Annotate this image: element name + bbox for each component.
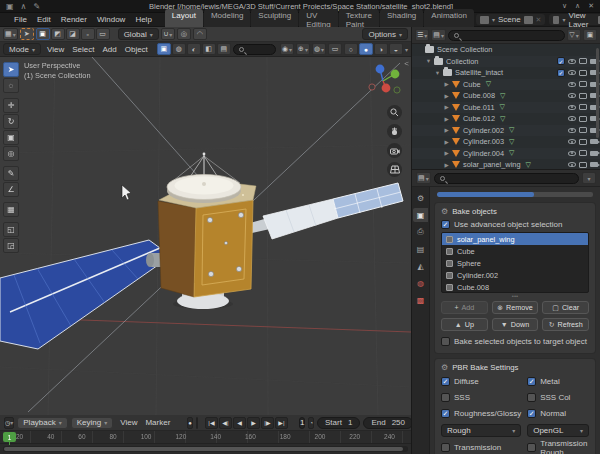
expand-icon[interactable]: ▶	[443, 162, 450, 168]
outliner-row-cylinder-002[interactable]: ▶Cylinder.002▽	[412, 125, 600, 137]
outliner-filter-button[interactable]: ▽▾	[567, 29, 581, 41]
outliner-row-cylinder-003[interactable]: ▶Cylinder.003▽	[412, 136, 600, 148]
play-reverse-button[interactable]: ◀	[233, 417, 246, 429]
outliner-row-solar-panel-wing[interactable]: ▶solar_panel_wing▽	[412, 159, 600, 170]
eye-icon[interactable]	[568, 93, 576, 98]
outliner-row-cube-011[interactable]: ▶Cube.011▽	[412, 102, 600, 114]
expand-icon[interactable]: ▶	[443, 116, 450, 122]
corner-tool-1[interactable]: ◱	[3, 222, 19, 237]
dish-antenna[interactable]	[167, 153, 241, 203]
checkbox[interactable]	[441, 443, 450, 452]
close-button[interactable]: ✕	[588, 2, 594, 10]
editor-mode-icon-1[interactable]: ▣	[157, 43, 171, 55]
outliner-editor-type-button[interactable]: ☰▾	[415, 29, 429, 41]
outliner-row-cube-012[interactable]: ▶Cube.012▽	[412, 113, 600, 125]
include-checkbox[interactable]	[557, 57, 565, 65]
jump-start-button[interactable]: |◀	[205, 417, 218, 429]
expand-icon[interactable]: ▶	[443, 81, 450, 87]
xray-toggle[interactable]: ▭	[328, 43, 342, 55]
proportional-edit-button[interactable]: ◎	[177, 28, 191, 40]
eye-icon[interactable]	[568, 59, 576, 64]
view-layer-selector[interactable]: ▾ View Layer	[549, 14, 600, 25]
timeline-scrollbar[interactable]	[0, 444, 411, 454]
perspective-toggle-icon[interactable]	[387, 162, 402, 177]
advanced-selection-checkbox-row[interactable]: Use advanced object selection	[441, 220, 589, 229]
outliner-row-scene-collection[interactable]: Scene Collection	[412, 44, 600, 56]
checkbox[interactable]	[527, 393, 536, 402]
prev-keyframe-button[interactable]: ◀|	[219, 417, 232, 429]
screen-icon[interactable]	[579, 162, 587, 168]
frame-end-field[interactable]: End250	[363, 417, 413, 429]
outliner-new-collection-button[interactable]: ▣	[583, 29, 597, 41]
select-mode-lasso-icon[interactable]: ▫	[81, 28, 95, 40]
editor-mode-icon-3[interactable]: ◐	[187, 43, 201, 55]
pbr-check-sss[interactable]: SSS	[441, 392, 521, 403]
menu-render[interactable]: Render	[56, 13, 92, 26]
eye-icon[interactable]	[568, 70, 576, 75]
outliner-row-satellite-intact[interactable]: ▼Satellite_intact	[412, 67, 600, 79]
up-button[interactable]: ▲Up	[441, 318, 488, 331]
include-checkbox[interactable]	[557, 69, 565, 77]
bake-list-item-cube[interactable]: Cube	[442, 245, 588, 257]
scene-selector[interactable]: ▾ Scene ✕	[476, 14, 546, 25]
measure-tool[interactable]: ∠	[3, 182, 19, 197]
transform-orientation-dropdown[interactable]: Global▾	[118, 28, 159, 40]
eye-icon[interactable]	[568, 139, 576, 144]
view-layer-tab[interactable]: ▤	[413, 242, 428, 256]
use-preview-range-button[interactable]: ◔	[308, 417, 314, 429]
pbr-select-rough[interactable]: Rough▾	[441, 424, 521, 437]
editor-type-button[interactable]: ▦▾	[3, 28, 18, 40]
screen-icon[interactable]	[579, 70, 587, 76]
timeline-menu-view[interactable]: View	[116, 418, 141, 427]
viewport-menu-object[interactable]: Object	[121, 45, 152, 54]
viewport-3d[interactable]: User Perspective (1) Scene Collection ➤◌…	[0, 57, 411, 415]
pan-hand-icon[interactable]	[387, 124, 402, 139]
window-up-icon[interactable]: ∧	[21, 2, 27, 11]
active-tool-button[interactable]: ➤	[20, 28, 34, 40]
expand-icon[interactable]: ▶	[443, 127, 450, 133]
outliner-row-collection[interactable]: ▼Collection	[412, 56, 600, 68]
world-tab[interactable]: ◍	[413, 276, 428, 290]
visibility-dropdown[interactable]: ◉▾	[280, 43, 294, 55]
pbr-check-normal[interactable]: Normal	[527, 408, 589, 419]
properties-editor-type-button[interactable]: ▤▾	[416, 172, 431, 184]
snap-magnet-button[interactable]: ∪▾	[161, 28, 175, 40]
viewport-menu-select[interactable]: Select	[68, 45, 98, 54]
pbr-check-transmission-rough[interactable]: Transmission Rough	[527, 442, 589, 453]
outliner-row-cylinder-004[interactable]: ▶Cylinder.004▽	[412, 148, 600, 160]
viewport-menu-add[interactable]: Add	[98, 45, 120, 54]
expand-icon[interactable]: ▶	[443, 139, 450, 145]
mode-dropdown[interactable]: Mode▾	[3, 43, 41, 55]
shading-rendered-icon[interactable]: ◒	[389, 43, 403, 55]
next-keyframe-button[interactable]: |▶	[261, 417, 274, 429]
clear-button[interactable]: ▢Clear	[542, 301, 589, 314]
properties-filter-button[interactable]: ▾	[582, 172, 596, 184]
menu-window[interactable]: Window	[92, 13, 130, 26]
corner-tool-2[interactable]: ◲	[3, 238, 19, 253]
properties-search-input[interactable]	[434, 173, 579, 184]
pbr-check-transmission[interactable]: Transmission	[441, 442, 521, 453]
refresh-button[interactable]: ↻Refresh	[542, 318, 589, 331]
screen-icon[interactable]	[579, 139, 587, 145]
eye-icon[interactable]	[568, 151, 576, 156]
bake-object-list[interactable]: solar_panel_wingCubeSphereCylinder.002Cu…	[441, 232, 589, 293]
bake-list-item-cylinder-002[interactable]: Cylinder.002	[442, 269, 588, 281]
camera-view-icon[interactable]	[387, 143, 402, 158]
render-tab[interactable]: ▣	[413, 208, 428, 222]
keying-dropdown[interactable]: Keying▾	[71, 417, 113, 429]
shading-wireframe-icon[interactable]: ○	[344, 43, 358, 55]
editor-mode-icon-4[interactable]: ◧	[202, 43, 216, 55]
overlays-dropdown[interactable]: ◍▾	[312, 43, 326, 55]
auto-keyframe-filter-button[interactable]	[196, 417, 198, 429]
down-button[interactable]: ▼Down	[492, 318, 539, 331]
frame-start-field[interactable]: Start1	[317, 417, 360, 429]
transform-tool[interactable]: ◎	[3, 146, 19, 161]
checkbox[interactable]	[441, 409, 450, 418]
viewport-menu-view[interactable]: View	[43, 45, 68, 54]
select-mode-tweak-icon[interactable]: ▣	[36, 28, 50, 40]
solar-panel-wing-right[interactable]	[250, 183, 403, 239]
edit-icon[interactable]: ✎	[33, 2, 40, 11]
eye-icon[interactable]	[568, 116, 576, 121]
falloff-button[interactable]: ◠	[193, 28, 207, 40]
camera-icon[interactable]	[590, 162, 598, 167]
